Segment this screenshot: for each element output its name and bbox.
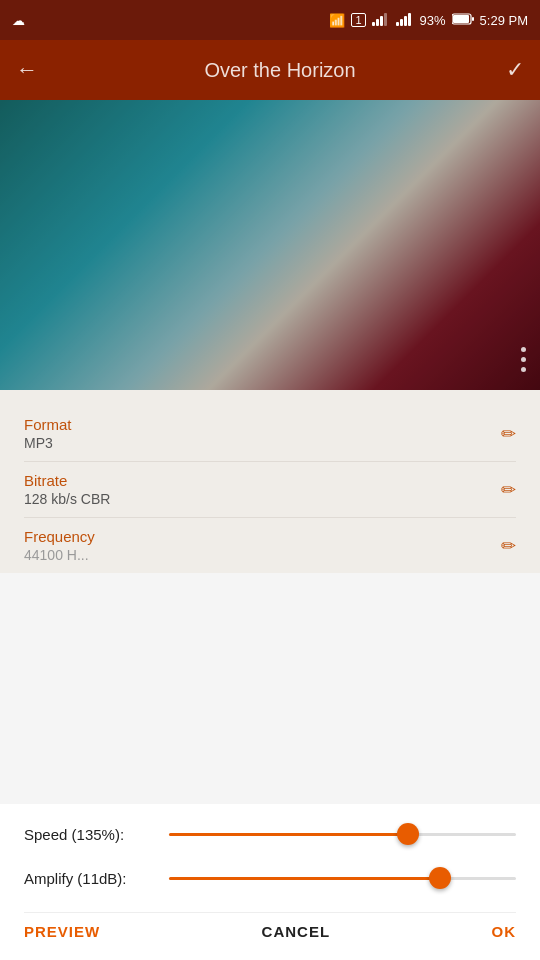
sim-number: 1 [351,13,365,27]
back-button[interactable]: ← [16,57,38,83]
svg-rect-5 [400,19,403,26]
svg-rect-10 [472,17,474,21]
amplify-label: Amplify (11dB): [24,870,169,887]
time-display: 5:29 PM [480,13,528,28]
svg-rect-3 [384,13,387,26]
amplify-thumb[interactable] [429,867,451,889]
ok-button[interactable]: OK [492,923,517,940]
overflow-menu-button[interactable] [521,347,526,372]
svg-rect-1 [376,19,379,26]
dot-3 [521,367,526,372]
bitrate-value: 128 kb/s CBR [24,491,110,507]
speed-fill [169,833,408,836]
frequency-setting: Frequency 44100 H... ✏ [24,518,516,573]
frequency-value: 44100 H... [24,547,95,563]
battery-icon [452,13,474,28]
svg-rect-0 [372,22,375,26]
svg-rect-9 [453,15,469,23]
svg-rect-7 [408,13,411,26]
speed-thumb[interactable] [397,823,419,845]
confirm-button[interactable]: ✓ [506,57,524,83]
amplify-fill [169,877,440,880]
status-bar: ☁ 📶 1 93% [0,0,540,40]
bitrate-setting: Bitrate 128 kb/s CBR ✏ [24,462,516,518]
frequency-edit-button[interactable]: ✏ [501,535,516,557]
app-bar-title: Over the Horizon [54,59,506,82]
dialog-buttons: PREVIEW CANCEL OK [24,912,516,960]
signal2-icon [396,12,414,29]
battery-level: 93% [420,13,446,28]
format-edit-button[interactable]: ✏ [501,423,516,445]
settings-panel: Format MP3 ✏ Bitrate 128 kb/s CBR ✏ Freq… [0,390,540,573]
status-cloud-icon: ☁ [12,13,25,28]
preview-button[interactable]: PREVIEW [24,923,100,940]
bitrate-edit-button[interactable]: ✏ [501,479,516,501]
album-art [0,100,540,390]
amplify-slider-row: Amplify (11dB): [24,868,516,888]
svg-rect-6 [404,16,407,26]
bitrate-label: Bitrate [24,472,110,489]
frequency-label: Frequency [24,528,95,545]
app-bar: ← Over the Horizon ✓ [0,40,540,100]
speed-label: Speed (135%): [24,826,169,843]
art-overlay [0,100,540,390]
wifi-icon: 📶 [329,13,345,28]
signal-icon [372,12,390,29]
format-setting: Format MP3 ✏ [24,406,516,462]
dialog-section: Speed (135%): Amplify (11dB): PREVIEW CA… [0,804,540,960]
format-value: MP3 [24,435,72,451]
amplify-slider[interactable] [169,868,516,888]
svg-rect-4 [396,22,399,26]
svg-rect-2 [380,16,383,26]
cancel-button[interactable]: CANCEL [262,923,331,940]
dot-2 [521,357,526,362]
format-label: Format [24,416,72,433]
dot-1 [521,347,526,352]
speed-slider[interactable] [169,824,516,844]
speed-slider-row: Speed (135%): [24,824,516,844]
